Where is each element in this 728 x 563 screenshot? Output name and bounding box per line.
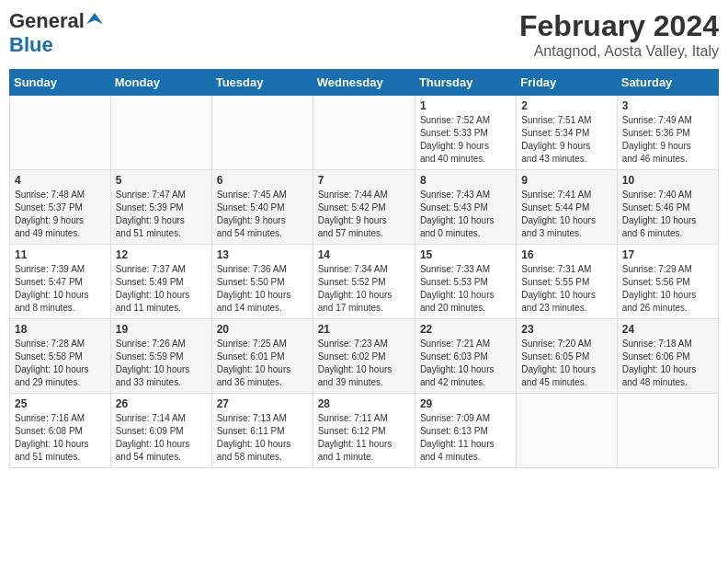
day-number: 29 [420, 397, 511, 410]
day-number: 26 [116, 397, 207, 410]
table-row: 25Sunrise: 7:16 AM Sunset: 6:08 PM Dayli… [10, 394, 111, 468]
table-row [517, 394, 617, 468]
day-detail: Sunrise: 7:09 AM Sunset: 6:13 PM Dayligh… [420, 412, 511, 464]
table-row: 3Sunrise: 7:49 AM Sunset: 5:36 PM Daylig… [617, 96, 718, 170]
day-number: 9 [521, 174, 611, 187]
col-thursday: Thursday [415, 70, 516, 96]
day-number: 14 [318, 248, 410, 261]
day-detail: Sunrise: 7:40 AM Sunset: 5:46 PM Dayligh… [622, 189, 713, 240]
table-row [617, 394, 718, 468]
col-wednesday: Wednesday [313, 70, 415, 96]
table-row [110, 96, 211, 170]
page-subtitle: Antagnod, Aosta Valley, Italy [519, 43, 719, 60]
day-detail: Sunrise: 7:43 AM Sunset: 5:43 PM Dayligh… [420, 189, 511, 240]
logo-general: General [9, 9, 85, 33]
svg-marker-0 [86, 13, 103, 24]
day-detail: Sunrise: 7:41 AM Sunset: 5:44 PM Dayligh… [521, 189, 611, 240]
day-detail: Sunrise: 7:47 AM Sunset: 5:39 PM Dayligh… [116, 189, 207, 240]
day-detail: Sunrise: 7:49 AM Sunset: 5:36 PM Dayligh… [622, 114, 713, 166]
page-header: General Blue February 2024 Antagnod, Aos… [9, 9, 719, 60]
day-number: 7 [318, 174, 410, 187]
day-detail: Sunrise: 7:21 AM Sunset: 6:03 PM Dayligh… [420, 338, 511, 389]
day-detail: Sunrise: 7:36 AM Sunset: 5:50 PM Dayligh… [217, 263, 308, 315]
day-detail: Sunrise: 7:37 AM Sunset: 5:49 PM Dayligh… [116, 263, 207, 315]
table-row: 28Sunrise: 7:11 AM Sunset: 6:12 PM Dayli… [313, 394, 415, 468]
calendar-table: Sunday Monday Tuesday Wednesday Thursday… [9, 69, 719, 468]
col-sunday: Sunday [10, 70, 111, 96]
day-detail: Sunrise: 7:44 AM Sunset: 5:42 PM Dayligh… [318, 189, 410, 240]
day-detail: Sunrise: 7:16 AM Sunset: 6:08 PM Dayligh… [15, 412, 106, 464]
table-row: 15Sunrise: 7:33 AM Sunset: 5:53 PM Dayli… [415, 245, 516, 319]
table-row: 5Sunrise: 7:47 AM Sunset: 5:39 PM Daylig… [110, 170, 211, 245]
day-number: 3 [622, 99, 713, 112]
day-number: 17 [622, 248, 713, 261]
day-detail: Sunrise: 7:20 AM Sunset: 6:05 PM Dayligh… [521, 338, 611, 389]
table-row: 9Sunrise: 7:41 AM Sunset: 5:44 PM Daylig… [517, 170, 617, 245]
col-monday: Monday [110, 70, 211, 96]
day-number: 21 [318, 323, 410, 336]
table-row: 10Sunrise: 7:40 AM Sunset: 5:46 PM Dayli… [617, 170, 718, 245]
day-detail: Sunrise: 7:39 AM Sunset: 5:47 PM Dayligh… [15, 263, 106, 315]
day-detail: Sunrise: 7:25 AM Sunset: 6:01 PM Dayligh… [217, 338, 308, 389]
day-number: 19 [116, 323, 207, 336]
day-number: 27 [217, 397, 308, 410]
table-row: 26Sunrise: 7:14 AM Sunset: 6:09 PM Dayli… [110, 394, 211, 468]
day-detail: Sunrise: 7:31 AM Sunset: 5:55 PM Dayligh… [521, 263, 611, 315]
table-row: 2Sunrise: 7:51 AM Sunset: 5:34 PM Daylig… [517, 96, 617, 170]
table-row: 19Sunrise: 7:26 AM Sunset: 5:59 PM Dayli… [110, 319, 211, 394]
day-number: 24 [622, 323, 713, 336]
day-number: 6 [217, 174, 308, 187]
table-row: 6Sunrise: 7:45 AM Sunset: 5:40 PM Daylig… [211, 170, 313, 245]
day-detail: Sunrise: 7:52 AM Sunset: 5:33 PM Dayligh… [420, 114, 511, 166]
table-row: 20Sunrise: 7:25 AM Sunset: 6:01 PM Dayli… [211, 319, 313, 394]
table-row: 29Sunrise: 7:09 AM Sunset: 6:13 PM Dayli… [415, 394, 516, 468]
logo: General Blue [9, 9, 103, 57]
day-number: 15 [420, 248, 511, 261]
logo-bird-icon [86, 11, 103, 28]
table-row: 1Sunrise: 7:52 AM Sunset: 5:33 PM Daylig… [415, 96, 516, 170]
calendar-row-3: 11Sunrise: 7:39 AM Sunset: 5:47 PM Dayli… [10, 245, 719, 319]
title-block: February 2024 Antagnod, Aosta Valley, It… [519, 9, 719, 60]
day-number: 8 [420, 174, 511, 187]
day-number: 28 [318, 397, 410, 410]
day-detail: Sunrise: 7:18 AM Sunset: 6:06 PM Dayligh… [622, 338, 713, 389]
table-row: 8Sunrise: 7:43 AM Sunset: 5:43 PM Daylig… [415, 170, 516, 245]
table-row: 11Sunrise: 7:39 AM Sunset: 5:47 PM Dayli… [10, 245, 111, 319]
page-title: February 2024 [519, 9, 719, 43]
day-number: 2 [521, 99, 611, 112]
day-number: 5 [116, 174, 207, 187]
day-detail: Sunrise: 7:45 AM Sunset: 5:40 PM Dayligh… [217, 189, 308, 240]
day-number: 4 [15, 174, 106, 187]
day-detail: Sunrise: 7:29 AM Sunset: 5:56 PM Dayligh… [622, 263, 713, 315]
day-detail: Sunrise: 7:34 AM Sunset: 5:52 PM Dayligh… [318, 263, 410, 315]
day-detail: Sunrise: 7:11 AM Sunset: 6:12 PM Dayligh… [318, 412, 410, 464]
day-number: 11 [15, 248, 106, 261]
table-row: 21Sunrise: 7:23 AM Sunset: 6:02 PM Dayli… [313, 319, 415, 394]
table-row: 18Sunrise: 7:28 AM Sunset: 5:58 PM Dayli… [10, 319, 111, 394]
table-row: 23Sunrise: 7:20 AM Sunset: 6:05 PM Dayli… [517, 319, 617, 394]
calendar-row-5: 25Sunrise: 7:16 AM Sunset: 6:08 PM Dayli… [10, 394, 719, 468]
day-number: 25 [15, 397, 106, 410]
day-number: 10 [622, 174, 713, 187]
day-number: 13 [217, 248, 308, 261]
day-number: 20 [217, 323, 308, 336]
day-detail: Sunrise: 7:13 AM Sunset: 6:11 PM Dayligh… [217, 412, 308, 464]
calendar-row-2: 4Sunrise: 7:48 AM Sunset: 5:37 PM Daylig… [10, 170, 719, 245]
calendar-header-row: Sunday Monday Tuesday Wednesday Thursday… [10, 70, 719, 96]
table-row: 4Sunrise: 7:48 AM Sunset: 5:37 PM Daylig… [10, 170, 111, 245]
table-row: 17Sunrise: 7:29 AM Sunset: 5:56 PM Dayli… [617, 245, 718, 319]
table-row [211, 96, 313, 170]
calendar-row-4: 18Sunrise: 7:28 AM Sunset: 5:58 PM Dayli… [10, 319, 719, 394]
day-detail: Sunrise: 7:48 AM Sunset: 5:37 PM Dayligh… [15, 189, 106, 240]
table-row: 7Sunrise: 7:44 AM Sunset: 5:42 PM Daylig… [313, 170, 415, 245]
day-detail: Sunrise: 7:23 AM Sunset: 6:02 PM Dayligh… [318, 338, 410, 389]
day-detail: Sunrise: 7:33 AM Sunset: 5:53 PM Dayligh… [420, 263, 511, 315]
day-detail: Sunrise: 7:14 AM Sunset: 6:09 PM Dayligh… [116, 412, 207, 464]
day-number: 1 [420, 99, 511, 112]
table-row [313, 96, 415, 170]
col-friday: Friday [517, 70, 617, 96]
table-row: 12Sunrise: 7:37 AM Sunset: 5:49 PM Dayli… [110, 245, 211, 319]
day-number: 22 [420, 323, 511, 336]
day-detail: Sunrise: 7:26 AM Sunset: 5:59 PM Dayligh… [116, 338, 207, 389]
table-row: 27Sunrise: 7:13 AM Sunset: 6:11 PM Dayli… [211, 394, 313, 468]
